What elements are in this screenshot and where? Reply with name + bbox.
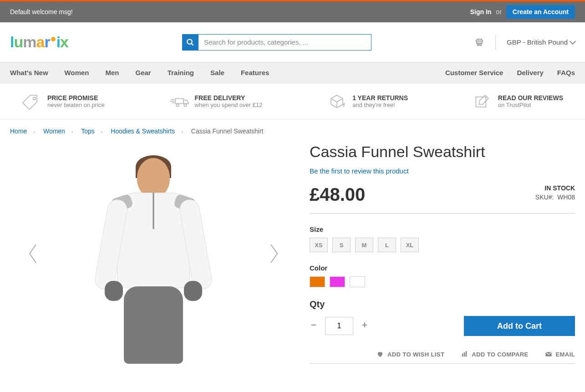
review-link[interactable]: Be the first to review this product [310, 167, 409, 175]
add-to-wishlist-button[interactable]: ADD TO WISH LIST [376, 351, 444, 358]
usp-title: FREE DELIVERY [195, 94, 263, 102]
sku-value: WH08 [557, 193, 575, 201]
email-icon [545, 351, 552, 358]
nav-whats-new[interactable]: What's New [10, 62, 56, 83]
breadcrumb-home[interactable]: Home [10, 127, 27, 135]
signin-link[interactable]: Sign In [470, 8, 492, 15]
nav-customer-service[interactable]: Customer Service [445, 62, 504, 83]
size-xl[interactable]: XL [401, 238, 419, 252]
size-l[interactable]: L [378, 238, 396, 252]
gallery-next-button[interactable] [269, 243, 280, 265]
box-return-icon [327, 92, 347, 110]
nav-training[interactable]: Training [168, 62, 202, 83]
gallery-prev-button[interactable] [26, 243, 38, 265]
stock-status: IN STOCK [535, 184, 575, 192]
size-xs[interactable]: XS [310, 238, 328, 252]
nav-women[interactable]: Women [65, 62, 97, 83]
svg-point-6 [176, 104, 179, 107]
breadcrumb: Home› Women› Tops› Hoodies & Sweatshirts… [0, 119, 585, 143]
svg-point-7 [184, 104, 187, 107]
color-orange[interactable] [310, 276, 325, 287]
color-purple[interactable] [330, 276, 345, 287]
svg-rect-5 [175, 99, 183, 104]
or-text: or [496, 8, 501, 15]
tag-icon [22, 92, 42, 110]
cart-icon[interactable] [474, 37, 484, 47]
size-m[interactable]: M [355, 238, 373, 252]
usp-title: PRICE PROMISE [47, 94, 105, 102]
svg-point-3 [480, 44, 482, 46]
currency-switcher[interactable]: GBP - British Pound [507, 38, 575, 46]
usp-reviews: READ OUR REVIEWSon TrustPilot [473, 92, 563, 110]
usp-title: 1 YEAR RETURNS [352, 94, 408, 102]
heart-icon [376, 351, 384, 358]
chevron-down-icon [570, 38, 576, 44]
usp-title: READ OUR REVIEWS [498, 94, 563, 102]
usp-sub: when you spend over £12 [195, 102, 263, 108]
add-to-compare-button[interactable]: ADD TO COMPARE [461, 351, 528, 358]
svg-point-4 [33, 97, 36, 100]
size-label: Size [310, 225, 575, 233]
usp-sub: never beaten on price [47, 102, 105, 108]
search-button[interactable] [182, 34, 198, 51]
nav-men[interactable]: Men [105, 62, 127, 83]
pencil-note-icon [473, 92, 493, 110]
breadcrumb-tops[interactable]: Tops [81, 127, 95, 135]
svg-point-0 [187, 39, 192, 44]
nav-faqs[interactable]: FAQs [557, 62, 575, 83]
product-title: Cassia Funnel Sweatshirt [310, 143, 575, 161]
product-price: £48.00 [310, 184, 365, 205]
product-gallery [10, 143, 297, 364]
svg-rect-14 [466, 351, 467, 356]
usp-free-delivery: FREE DELIVERYwhen you spend over £12 [169, 92, 263, 110]
email-label: EMAIL [556, 351, 575, 358]
breadcrumb-hoodies[interactable]: Hoodies & Sweatshirts [111, 127, 175, 135]
size-s[interactable]: S [332, 238, 351, 252]
compare-label: ADD TO COMPARE [472, 351, 528, 358]
create-account-button[interactable]: Create an Account [506, 5, 575, 19]
color-label: Color [310, 264, 575, 272]
nav-gear[interactable]: Gear [135, 62, 159, 83]
qty-label: Qty [310, 299, 575, 310]
svg-rect-12 [462, 354, 463, 357]
compare-icon [461, 351, 468, 358]
logo[interactable]: lumarix [10, 33, 68, 51]
usp-sub: and they're free! [352, 102, 408, 108]
svg-point-2 [477, 44, 479, 46]
search-icon [186, 38, 194, 46]
color-swatches [310, 276, 575, 287]
usp-sub: on TrustPilot [498, 102, 563, 108]
truck-icon [169, 92, 189, 110]
svg-line-1 [191, 43, 193, 46]
nav-delivery[interactable]: Delivery [517, 62, 543, 83]
usp-price-promise: PRICE PROMISEnever beaten on price [22, 92, 105, 110]
nav-features[interactable]: Features [241, 62, 278, 83]
email-button[interactable]: EMAIL [545, 351, 575, 358]
qty-decrease-button[interactable]: − [310, 322, 318, 330]
breadcrumb-current: Cassia Funnel Sweatshirt [191, 127, 264, 135]
product-image[interactable] [83, 144, 224, 363]
breadcrumb-women[interactable]: Women [43, 127, 65, 135]
qty-increase-button[interactable]: + [361, 322, 369, 330]
main-nav: What's New Women Men Gear Training Sale … [10, 62, 285, 83]
qty-input[interactable] [325, 317, 353, 335]
svg-rect-13 [464, 352, 465, 356]
color-white[interactable] [350, 276, 365, 287]
currency-label: GBP - British Pound [507, 38, 568, 46]
sku-label: SKU#: [535, 193, 554, 201]
usp-returns: 1 YEAR RETURNSand they're free! [327, 92, 408, 110]
search-input[interactable] [198, 34, 371, 51]
svg-rect-11 [476, 97, 486, 107]
wishlist-label: ADD TO WISH LIST [387, 351, 444, 358]
size-swatches: XS S M L XL [310, 238, 575, 252]
welcome-msg: Default welcome msg! [10, 8, 73, 15]
add-to-cart-button[interactable]: Add to Cart [464, 316, 575, 336]
nav-sale[interactable]: Sale [210, 62, 233, 83]
